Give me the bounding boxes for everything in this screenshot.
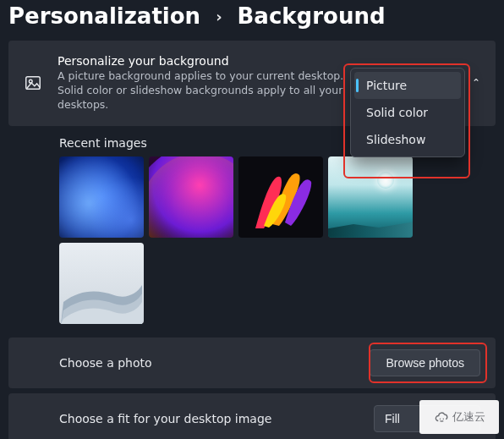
card-title: Personalize your background (58, 54, 353, 68)
dropdown-option-picture[interactable]: Picture (354, 72, 461, 99)
cloud-icon (434, 409, 449, 425)
choose-fit-label: Choose a fit for your desktop image (59, 412, 271, 425)
breadcrumb-parent[interactable]: Personalization (8, 3, 200, 29)
recent-image-thumb[interactable] (59, 243, 144, 324)
recent-image-thumb[interactable] (328, 156, 413, 238)
watermark-text: 亿速云 (452, 409, 485, 425)
svg-point-2 (439, 419, 441, 420)
dropdown-option-solid-color[interactable]: Solid color (354, 99, 461, 126)
choose-photo-label: Choose a photo (59, 356, 152, 370)
browse-photos-button[interactable]: Browse photos (370, 349, 480, 376)
background-type-dropdown[interactable]: Picture Solid color Slideshow (350, 68, 465, 157)
recent-image-thumb[interactable] (149, 156, 233, 238)
chevron-up-icon[interactable]: ⌃ (472, 77, 480, 89)
breadcrumb-current: Background (238, 3, 386, 29)
breadcrumb: Personalization › Background (0, 0, 504, 29)
svg-point-3 (442, 419, 444, 420)
watermark: 亿速云 (419, 400, 499, 434)
picture-icon (24, 74, 42, 92)
chevron-right-icon: › (216, 8, 222, 25)
choose-photo-row: Choose a photo Browse photos (8, 337, 496, 388)
recent-images-grid (59, 156, 496, 324)
recent-image-thumb[interactable] (238, 156, 323, 238)
dropdown-option-slideshow[interactable]: Slideshow (354, 126, 461, 153)
card-description: A picture background applies to your cur… (58, 69, 353, 112)
recent-image-thumb[interactable] (59, 156, 144, 238)
